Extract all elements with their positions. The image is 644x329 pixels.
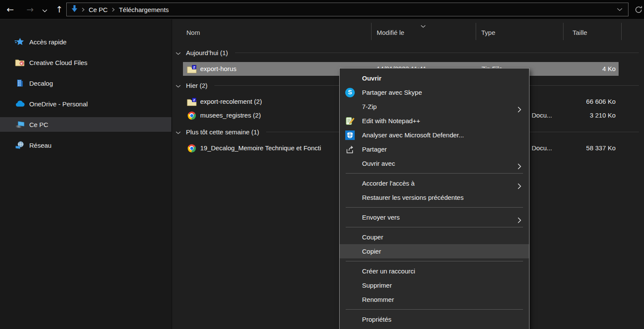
column-header-size[interactable]: Taille (573, 26, 587, 39)
menu-item-give-access-to[interactable]: Accorder l'accès à (340, 176, 529, 190)
zip-folder-icon: Z (186, 65, 197, 73)
menu-item-label: Analyser avec Microsoft Defender... (362, 131, 464, 139)
network-icon (15, 140, 25, 150)
submenu-arrow-icon (517, 214, 521, 228)
menu-item-label: Accorder l'accès à (362, 180, 415, 187)
onedrive-cloud-icon (15, 99, 25, 109)
back-button[interactable]: ← (3, 2, 17, 17)
menu-item-delete[interactable]: Supprimer (340, 278, 529, 292)
menu-separator (346, 261, 523, 261)
file-size: 58 337 Ko (586, 141, 616, 155)
sidebar-item-label: OneDrive - Personal (29, 100, 88, 108)
group-label: Aujourd’hui (1) (186, 49, 228, 56)
menu-item-7zip[interactable]: 7-Zip (340, 99, 529, 114)
menu-item-restore-previous-versions[interactable]: Restaurer les versions précédentes (340, 190, 529, 205)
menu-separator (346, 309, 523, 310)
menu-item-label: Partager avec Skype (362, 89, 422, 96)
sidebar-item-creative-cloud-files[interactable]: Creative Cloud Files (0, 55, 171, 70)
recent-locations-button[interactable] (40, 2, 50, 17)
menu-item-create-shortcut[interactable]: Créer un raccourci (340, 264, 529, 278)
navigation-toolbar: ← → ↑ Ce PC Téléchargements (0, 0, 644, 19)
group-header-today[interactable]: Aujourd’hui (1) (176, 46, 641, 59)
svg-text:Z: Z (193, 65, 195, 69)
menu-item-open-with[interactable]: Ouvrir avec (340, 156, 529, 171)
column-header-type[interactable]: Type (481, 26, 495, 39)
chevron-down-icon (176, 82, 181, 89)
sidebar-item-decalog[interactable]: Decalog (0, 76, 171, 90)
downloads-folder-icon (71, 5, 77, 14)
column-header-modified[interactable]: Modifié le (377, 26, 404, 39)
up-button[interactable]: ↑ (53, 2, 66, 17)
file-size: 3 210 Ko (590, 109, 616, 122)
menu-separator (346, 207, 523, 208)
sort-descending-icon (421, 22, 426, 29)
refresh-icon (635, 6, 643, 14)
chrome-icon (186, 111, 197, 120)
quick-access-star-icon (15, 37, 25, 47)
menu-item-label: Ouvrir avec (362, 160, 395, 167)
menu-item-label: Edit with Notepad++ (362, 117, 420, 124)
sidebar-item-network[interactable]: Réseau (0, 138, 171, 152)
sidebar-item-label: Accès rapide (29, 38, 67, 46)
forward-button[interactable]: → (23, 2, 37, 17)
column-divider[interactable] (621, 23, 622, 40)
sidebar-item-onedrive[interactable]: OneDrive - Personal (0, 96, 171, 111)
address-dropdown-button[interactable] (613, 3, 625, 16)
menu-item-cut[interactable]: Couper (340, 230, 529, 244)
address-bar[interactable]: Ce PC Téléchargements (66, 3, 629, 16)
menu-item-label: Envoyer vers (362, 214, 400, 221)
breadcrumb-chevron-icon (111, 7, 115, 12)
group-label: Plus tôt cette semaine (1) (186, 128, 259, 136)
chevron-down-icon (176, 128, 181, 136)
column-divider[interactable] (563, 23, 564, 40)
notepadpp-icon (345, 116, 355, 126)
menu-item-share-with-skype[interactable]: S Partager avec Skype (340, 85, 529, 99)
chevron-down-icon (176, 49, 181, 56)
menu-item-label: 7-Zip (362, 103, 377, 110)
menu-separator (346, 173, 523, 174)
file-type-truncated: Docu... (532, 141, 552, 155)
file-explorer-window: ← → ↑ Ce PC Téléchargements (0, 0, 644, 329)
breadcrumb-root[interactable]: Ce PC (89, 6, 108, 13)
sidebar-item-this-pc[interactable]: Ce PC (0, 117, 171, 132)
refresh-button[interactable] (632, 3, 644, 16)
group-divider-line (235, 53, 639, 53)
file-name: export-recolement (2) (200, 95, 262, 109)
defender-icon (345, 130, 355, 140)
menu-item-label: Partager (362, 146, 387, 153)
menu-item-send-to[interactable]: Envoyer vers (340, 210, 529, 224)
breadcrumb-current[interactable]: Téléchargements (119, 6, 169, 13)
menu-item-edit-with-notepadpp[interactable]: Edit with Notepad++ (340, 114, 529, 128)
chrome-icon (186, 144, 197, 152)
file-name: 19_Decalog_Memoire Technique et Foncti (200, 141, 321, 155)
sidebar-item-label: Ce PC (29, 121, 48, 128)
chevron-down-icon (617, 8, 622, 11)
group-label: Hier (2) (186, 82, 207, 89)
column-divider[interactable] (371, 23, 372, 40)
sidebar-item-quick-access[interactable]: Accès rapide (0, 34, 171, 49)
chevron-down-icon (42, 4, 47, 15)
zip-folder-icon: Z (186, 97, 197, 106)
file-type-truncated: Docu... (532, 109, 552, 122)
file-size: 4 Ko (602, 62, 616, 76)
menu-item-properties[interactable]: Propriétés (340, 312, 529, 326)
share-icon (345, 145, 355, 154)
menu-item-copy[interactable]: Copier (340, 244, 529, 258)
column-header-name[interactable]: Nom (186, 26, 200, 39)
menu-item-share[interactable]: Partager (340, 142, 529, 156)
menu-separator (346, 227, 523, 227)
menu-item-open[interactable]: Ouvrir (340, 71, 529, 85)
this-pc-icon (15, 120, 25, 129)
menu-item-rename[interactable]: Renommer (340, 292, 529, 307)
file-name: musees_registres (2) (200, 109, 261, 122)
sidebar-item-label: Decalog (29, 80, 53, 87)
column-divider[interactable] (476, 23, 476, 40)
creative-cloud-folder-icon (15, 58, 25, 67)
sidebar-item-label: Creative Cloud Files (29, 59, 87, 66)
submenu-arrow-icon (517, 160, 521, 174)
skype-icon: S (345, 88, 355, 97)
file-size: 66 606 Ko (586, 95, 616, 109)
menu-item-scan-with-defender[interactable]: Analyser avec Microsoft Defender... (340, 128, 529, 142)
context-menu: Ouvrir S Partager avec Skype 7-Zip Edit … (339, 68, 529, 329)
file-name: export-horus (200, 62, 236, 76)
